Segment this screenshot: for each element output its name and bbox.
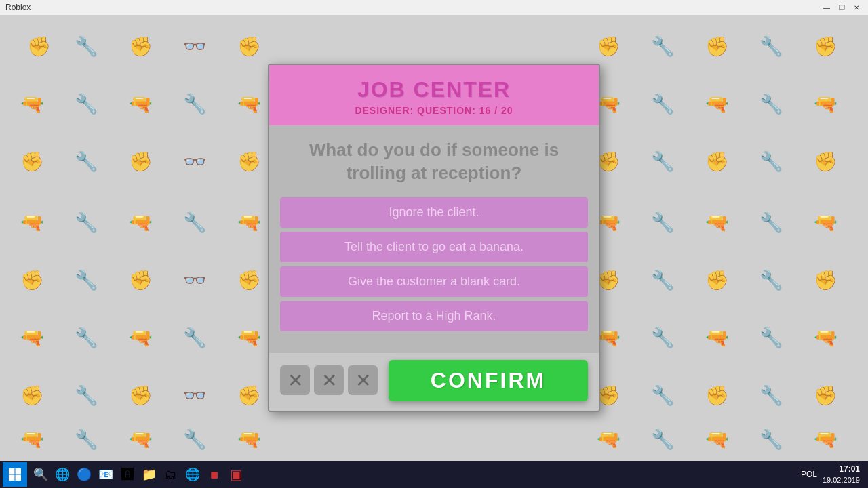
window-title: Roblox — [5, 3, 821, 12]
taskbar-time: 17:01 — [823, 464, 860, 475]
svg-rect-1 — [16, 468, 22, 474]
answer-option-2[interactable]: Tell the client to go eat a banana. — [280, 232, 588, 262]
answer-option-4[interactable]: Report to a High Rank. — [280, 301, 588, 331]
app6-taskbar-icon[interactable]: ▣ — [225, 462, 247, 487]
mail-taskbar-icon[interactable]: 📧 — [95, 462, 117, 487]
answer-option-1[interactable]: Ignore the client. — [280, 197, 588, 228]
confirm-button[interactable]: CONFIRM — [389, 360, 588, 401]
taskbar-clock: 17:01 19.02.2019 — [823, 464, 860, 485]
answer-options: Ignore the client. Tell the client to go… — [280, 197, 588, 331]
x-mark-1[interactable]: ✕ — [280, 365, 310, 395]
app4-taskbar-icon[interactable]: 🌐 — [182, 462, 203, 487]
dialog-title: JOB CENTER — [280, 77, 588, 102]
dialog-footer: ✕ ✕ ✕ CONFIRM — [269, 353, 599, 411]
app2-taskbar-icon[interactable]: 📁 — [138, 462, 160, 487]
job-center-dialog: JOB CENTER DESIGNER: QUESTION: 16 / 20 W… — [268, 64, 600, 412]
answer-option-3[interactable]: Give the customer a blank card. — [280, 266, 588, 297]
app3-taskbar-icon[interactable]: 🗂 — [160, 462, 182, 487]
search-taskbar-icon[interactable]: 🔍 — [30, 462, 52, 487]
title-bar: Roblox — ❐ ✕ — [0, 0, 868, 15]
start-button[interactable] — [3, 462, 27, 487]
dialog-body: What do you do if someone is trolling at… — [269, 125, 599, 353]
taskbar-date: 19.02.2019 — [823, 475, 860, 485]
x-mark-2[interactable]: ✕ — [314, 365, 344, 395]
svg-rect-2 — [9, 475, 15, 481]
svg-rect-3 — [16, 475, 22, 481]
minimize-button[interactable]: — — [821, 3, 833, 12]
svg-rect-0 — [9, 468, 15, 474]
window-controls: — ❐ ✕ — [821, 3, 863, 12]
taskbar-language: POL — [801, 470, 817, 479]
dialog-question: What do you do if someone is trolling at… — [280, 139, 588, 185]
taskbar-right: POL 17:01 19.02.2019 — [801, 464, 865, 485]
app5-taskbar-icon[interactable]: ■ — [203, 462, 225, 487]
maximize-button[interactable]: ❐ — [835, 3, 848, 12]
dialog-overlay: JOB CENTER DESIGNER: QUESTION: 16 / 20 W… — [0, 15, 868, 461]
app1-taskbar-icon[interactable]: 🅰 — [117, 462, 138, 487]
x-marks-container: ✕ ✕ ✕ — [280, 365, 378, 395]
windows-logo-icon — [8, 468, 22, 481]
edge-taskbar-icon[interactable]: 🌐 — [52, 462, 73, 487]
dialog-subtitle: DESIGNER: QUESTION: 16 / 20 — [280, 105, 588, 116]
dialog-header: JOB CENTER DESIGNER: QUESTION: 16 / 20 — [269, 65, 599, 125]
x-mark-3[interactable]: ✕ — [348, 365, 378, 395]
taskbar: 🔍 🌐 🔵 📧 🅰 📁 🗂 🌐 ■ ▣ POL 17:01 19.02.2019 — [0, 461, 868, 488]
close-button[interactable]: ✕ — [850, 3, 863, 12]
chrome-taskbar-icon[interactable]: 🔵 — [73, 462, 95, 487]
